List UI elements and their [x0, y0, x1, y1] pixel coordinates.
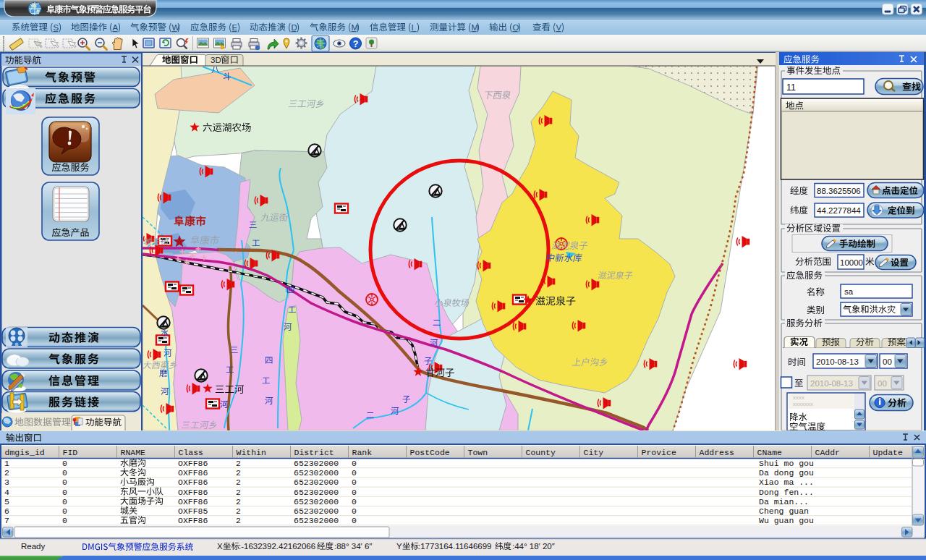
- svg-text:3: 3: [4, 478, 9, 487]
- svg-text:Class: Class: [179, 448, 204, 457]
- svg-text:V: V: [556, 23, 562, 32]
- svg-text:2010-08-13: 2010-08-13: [810, 379, 853, 388]
- svg-text:2: 2: [236, 488, 241, 497]
- svg-text::-1632392.42162066: :-1632392.42162066: [239, 542, 315, 551]
- svg-text:652302000: 652302000: [294, 459, 339, 468]
- svg-text:0: 0: [352, 497, 357, 506]
- svg-text:dmgis_id: dmgis_id: [5, 448, 45, 457]
- svg-text:Rank: Rank: [352, 448, 373, 457]
- svg-text:Address: Address: [700, 448, 734, 457]
- svg-text:44.2277844: 44.2277844: [817, 206, 861, 215]
- svg-text:2: 2: [236, 478, 241, 487]
- svg-text:88.3625506: 88.3625506: [817, 187, 861, 195]
- svg-text:2: 2: [236, 516, 241, 525]
- svg-text:1: 1: [4, 459, 9, 468]
- svg-text:OXFF86: OXFF86: [178, 459, 208, 468]
- svg-text:2: 2: [4, 468, 9, 478]
- svg-text:652302000: 652302000: [294, 506, 339, 516]
- svg-text:0: 0: [352, 478, 357, 487]
- svg-text:sa: sa: [844, 287, 854, 296]
- svg-text:Cheng guan: Cheng guan: [759, 506, 809, 516]
- svg-text:Update: Update: [873, 448, 904, 457]
- svg-text:OXFF86: OXFF86: [178, 497, 208, 506]
- svg-text:Xiao ma ...: Xiao ma ...: [759, 478, 814, 487]
- svg-text:District: District: [294, 448, 334, 457]
- svg-text:M: M: [472, 23, 479, 32]
- svg-text:0: 0: [352, 468, 357, 478]
- svg-text:City: City: [584, 448, 604, 457]
- svg-text:M: M: [352, 23, 359, 32]
- svg-text:652302000: 652302000: [294, 468, 339, 478]
- svg-text:2: 2: [236, 506, 241, 516]
- svg-text:Da dong gou: Da dong gou: [759, 468, 814, 478]
- svg-text:OXFF86: OXFF86: [178, 516, 208, 525]
- svg-text:2: 2: [236, 468, 241, 478]
- svg-text:2: 2: [236, 497, 241, 506]
- svg-text:0: 0: [352, 459, 357, 468]
- svg-text:10000: 10000: [840, 258, 863, 267]
- svg-text:652302000: 652302000: [294, 516, 339, 525]
- svg-text:2: 2: [236, 459, 241, 468]
- svg-text::1773164.11646699: :1773164.11646699: [418, 542, 491, 551]
- svg-text:OXFF85: OXFF85: [178, 506, 208, 516]
- svg-text:5: 5: [4, 497, 9, 506]
- svg-text:7: 7: [4, 516, 9, 525]
- svg-text:?: ?: [353, 39, 359, 49]
- svg-text:2010-08-13: 2010-08-13: [816, 357, 859, 366]
- svg-text:Within: Within: [237, 448, 266, 457]
- svg-text:00: 00: [878, 379, 887, 388]
- svg-text:4: 4: [4, 488, 9, 497]
- svg-text:FID: FID: [63, 448, 78, 457]
- svg-text:0: 0: [62, 497, 67, 506]
- svg-text:CAddr: CAddr: [815, 448, 841, 457]
- svg-text::44° 18′ 20″: :44° 18′ 20″: [512, 542, 555, 551]
- svg-text:OXFF86: OXFF86: [178, 488, 208, 497]
- svg-text:0: 0: [352, 516, 357, 525]
- svg-text:County: County: [526, 448, 556, 457]
- svg-text:6: 6: [4, 506, 9, 516]
- svg-text:Y: Y: [396, 542, 402, 551]
- svg-text:652302000: 652302000: [294, 497, 339, 506]
- svg-text:O: O: [513, 23, 519, 32]
- svg-text:Wu guan gou: Wu guan gou: [759, 516, 814, 525]
- svg-text:00: 00: [883, 357, 892, 366]
- svg-text:S: S: [54, 23, 59, 32]
- svg-text:0: 0: [352, 506, 357, 516]
- svg-text:11: 11: [786, 82, 796, 93]
- svg-text:0: 0: [62, 468, 67, 478]
- svg-text:X: X: [217, 542, 223, 551]
- svg-text:0: 0: [62, 478, 67, 487]
- svg-text:Shui mo gou: Shui mo gou: [759, 459, 814, 468]
- svg-text:A: A: [113, 23, 119, 32]
- svg-text:0: 0: [62, 506, 67, 516]
- svg-text:Da mian...: Da mian...: [759, 497, 809, 506]
- svg-text:xxxxxxx: xxxxxxx: [793, 401, 813, 407]
- svg-text:Dong fen...: Dong fen...: [759, 488, 814, 497]
- svg-text:652302000: 652302000: [294, 488, 339, 497]
- svg-text:Ready: Ready: [21, 542, 45, 551]
- svg-text:Provice: Provice: [642, 448, 676, 457]
- svg-text:652302000: 652302000: [294, 478, 339, 487]
- svg-text:OXFF86: OXFF86: [178, 468, 208, 478]
- svg-text:0: 0: [352, 488, 357, 497]
- svg-text:0: 0: [62, 459, 67, 468]
- svg-text:0: 0: [62, 516, 67, 525]
- svg-text:PostCode: PostCode: [410, 448, 450, 457]
- svg-text:xxxx: xxxx: [793, 394, 804, 401]
- svg-text::88° 34′ 6″: :88° 34′ 6″: [334, 542, 372, 551]
- svg-text:E: E: [232, 23, 238, 32]
- svg-text:CName: CName: [757, 448, 783, 457]
- svg-text:Town: Town: [468, 448, 488, 457]
- svg-text:I: I: [412, 23, 414, 32]
- svg-text:RNAME: RNAME: [121, 448, 146, 457]
- svg-text:3D: 3D: [211, 56, 221, 64]
- svg-text:D: D: [292, 23, 297, 32]
- svg-text:OXFF86: OXFF86: [178, 478, 208, 487]
- svg-text:0: 0: [62, 488, 67, 497]
